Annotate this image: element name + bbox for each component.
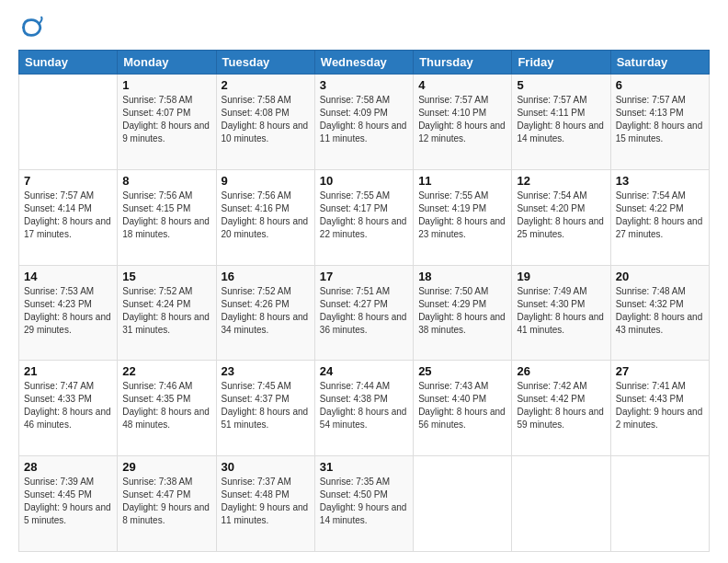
day-info: Sunrise: 7:50 AMSunset: 4:29 PMDaylight:… bbox=[418, 285, 506, 337]
day-number: 17 bbox=[320, 270, 408, 283]
day-info: Sunrise: 7:43 AMSunset: 4:40 PMDaylight:… bbox=[418, 380, 506, 431]
calendar-cell bbox=[414, 456, 512, 552]
day-info: Sunrise: 7:56 AMSunset: 4:16 PMDaylight:… bbox=[222, 190, 310, 241]
day-info: Sunrise: 7:42 AMSunset: 4:42 PMDaylight:… bbox=[517, 380, 605, 431]
day-info: Sunrise: 7:49 AMSunset: 4:30 PMDaylight:… bbox=[517, 285, 605, 337]
day-info: Sunrise: 7:35 AMSunset: 4:50 PMDaylight:… bbox=[320, 476, 408, 527]
day-info: Sunrise: 7:58 AMSunset: 4:08 PMDaylight:… bbox=[222, 94, 310, 145]
calendar-cell: 26Sunrise: 7:42 AMSunset: 4:42 PMDayligh… bbox=[512, 361, 610, 456]
day-info: Sunrise: 7:57 AMSunset: 4:11 PMDaylight:… bbox=[517, 94, 605, 145]
day-number: 16 bbox=[222, 270, 310, 283]
day-info: Sunrise: 7:41 AMSunset: 4:43 PMDaylight:… bbox=[616, 380, 704, 431]
day-number: 3 bbox=[320, 78, 408, 92]
logo-icon bbox=[18, 15, 44, 40]
calendar-cell: 23Sunrise: 7:45 AMSunset: 4:37 PMDayligh… bbox=[216, 361, 314, 456]
day-info: Sunrise: 7:58 AMSunset: 4:09 PMDaylight:… bbox=[320, 94, 408, 145]
day-number: 27 bbox=[616, 364, 704, 378]
day-number: 30 bbox=[222, 460, 310, 474]
day-number: 1 bbox=[122, 78, 210, 92]
calendar-cell: 18Sunrise: 7:50 AMSunset: 4:29 PMDayligh… bbox=[414, 265, 512, 361]
day-info: Sunrise: 7:58 AMSunset: 4:07 PMDaylight:… bbox=[122, 94, 210, 145]
day-number: 23 bbox=[222, 364, 310, 378]
calendar-cell: 6Sunrise: 7:57 AMSunset: 4:13 PMDaylight… bbox=[610, 75, 709, 170]
calendar-cell: 25Sunrise: 7:43 AMSunset: 4:40 PMDayligh… bbox=[414, 361, 512, 456]
weekday-header-row: SundayMondayTuesdayWednesdayThursdayFrid… bbox=[19, 51, 710, 75]
day-info: Sunrise: 7:53 AMSunset: 4:23 PMDaylight:… bbox=[24, 285, 112, 337]
day-info: Sunrise: 7:47 AMSunset: 4:33 PMDaylight:… bbox=[24, 380, 112, 431]
calendar-week-2: 7Sunrise: 7:57 AMSunset: 4:14 PMDaylight… bbox=[19, 169, 710, 265]
day-info: Sunrise: 7:48 AMSunset: 4:32 PMDaylight:… bbox=[616, 285, 704, 337]
calendar-cell: 4Sunrise: 7:57 AMSunset: 4:10 PMDaylight… bbox=[414, 75, 512, 170]
calendar-cell: 15Sunrise: 7:52 AMSunset: 4:24 PMDayligh… bbox=[118, 265, 216, 361]
day-info: Sunrise: 7:39 AMSunset: 4:45 PMDaylight:… bbox=[24, 476, 112, 527]
weekday-header-tuesday: Tuesday bbox=[216, 51, 314, 75]
day-number: 12 bbox=[517, 174, 605, 188]
day-info: Sunrise: 7:37 AMSunset: 4:48 PMDaylight:… bbox=[222, 476, 310, 527]
day-info: Sunrise: 7:57 AMSunset: 4:14 PMDaylight:… bbox=[24, 190, 112, 241]
calendar-week-5: 28Sunrise: 7:39 AMSunset: 4:45 PMDayligh… bbox=[19, 456, 710, 552]
calendar-cell: 31Sunrise: 7:35 AMSunset: 4:50 PMDayligh… bbox=[314, 456, 413, 552]
day-number: 29 bbox=[122, 460, 210, 474]
day-info: Sunrise: 7:55 AMSunset: 4:17 PMDaylight:… bbox=[320, 190, 408, 241]
day-number: 28 bbox=[24, 460, 112, 474]
day-info: Sunrise: 7:57 AMSunset: 4:13 PMDaylight:… bbox=[616, 94, 704, 145]
day-info: Sunrise: 7:38 AMSunset: 4:47 PMDaylight:… bbox=[122, 476, 210, 527]
day-number: 8 bbox=[122, 174, 210, 188]
calendar-cell: 7Sunrise: 7:57 AMSunset: 4:14 PMDaylight… bbox=[19, 169, 118, 265]
day-number: 2 bbox=[222, 78, 310, 92]
weekday-header-thursday: Thursday bbox=[414, 51, 512, 75]
day-number: 6 bbox=[616, 78, 704, 92]
calendar-cell: 5Sunrise: 7:57 AMSunset: 4:11 PMDaylight… bbox=[512, 75, 610, 170]
weekday-header-sunday: Sunday bbox=[19, 51, 118, 75]
calendar-cell: 21Sunrise: 7:47 AMSunset: 4:33 PMDayligh… bbox=[19, 361, 118, 456]
calendar-cell: 12Sunrise: 7:54 AMSunset: 4:20 PMDayligh… bbox=[512, 169, 610, 265]
calendar-cell: 16Sunrise: 7:52 AMSunset: 4:26 PMDayligh… bbox=[216, 265, 314, 361]
calendar-cell: 29Sunrise: 7:38 AMSunset: 4:47 PMDayligh… bbox=[118, 456, 216, 552]
calendar-cell: 14Sunrise: 7:53 AMSunset: 4:23 PMDayligh… bbox=[19, 265, 118, 361]
day-info: Sunrise: 7:52 AMSunset: 4:24 PMDaylight:… bbox=[122, 285, 210, 337]
calendar-cell: 2Sunrise: 7:58 AMSunset: 4:08 PMDaylight… bbox=[216, 75, 314, 170]
calendar-cell: 9Sunrise: 7:56 AMSunset: 4:16 PMDaylight… bbox=[216, 169, 314, 265]
day-info: Sunrise: 7:45 AMSunset: 4:37 PMDaylight:… bbox=[222, 380, 310, 431]
day-info: Sunrise: 7:52 AMSunset: 4:26 PMDaylight:… bbox=[222, 285, 310, 337]
weekday-header-saturday: Saturday bbox=[610, 51, 709, 75]
day-number: 4 bbox=[418, 78, 506, 92]
day-number: 19 bbox=[517, 270, 605, 283]
calendar-week-3: 14Sunrise: 7:53 AMSunset: 4:23 PMDayligh… bbox=[19, 265, 710, 361]
weekday-header-wednesday: Wednesday bbox=[314, 51, 413, 75]
calendar-cell: 3Sunrise: 7:58 AMSunset: 4:09 PMDaylight… bbox=[314, 75, 413, 170]
day-number: 13 bbox=[616, 174, 704, 188]
calendar-cell: 13Sunrise: 7:54 AMSunset: 4:22 PMDayligh… bbox=[610, 169, 709, 265]
weekday-header-friday: Friday bbox=[512, 51, 610, 75]
calendar: SundayMondayTuesdayWednesdayThursdayFrid… bbox=[18, 50, 710, 552]
day-number: 15 bbox=[122, 270, 210, 283]
page: SundayMondayTuesdayWednesdayThursdayFrid… bbox=[0, 0, 728, 563]
day-number: 10 bbox=[320, 174, 408, 188]
day-info: Sunrise: 7:46 AMSunset: 4:35 PMDaylight:… bbox=[122, 380, 210, 431]
calendar-cell: 17Sunrise: 7:51 AMSunset: 4:27 PMDayligh… bbox=[314, 265, 413, 361]
calendar-cell bbox=[512, 456, 610, 552]
calendar-cell: 8Sunrise: 7:56 AMSunset: 4:15 PMDaylight… bbox=[118, 169, 216, 265]
day-number: 22 bbox=[122, 364, 210, 378]
calendar-cell: 30Sunrise: 7:37 AMSunset: 4:48 PMDayligh… bbox=[216, 456, 314, 552]
day-info: Sunrise: 7:57 AMSunset: 4:10 PMDaylight:… bbox=[418, 94, 506, 145]
day-number: 24 bbox=[320, 364, 408, 378]
calendar-cell: 11Sunrise: 7:55 AMSunset: 4:19 PMDayligh… bbox=[414, 169, 512, 265]
day-number: 20 bbox=[616, 270, 704, 283]
calendar-cell: 24Sunrise: 7:44 AMSunset: 4:38 PMDayligh… bbox=[314, 361, 413, 456]
day-number: 11 bbox=[418, 174, 506, 188]
calendar-cell: 1Sunrise: 7:58 AMSunset: 4:07 PMDaylight… bbox=[118, 75, 216, 170]
calendar-cell: 10Sunrise: 7:55 AMSunset: 4:17 PMDayligh… bbox=[314, 169, 413, 265]
logo bbox=[18, 15, 48, 40]
calendar-cell: 28Sunrise: 7:39 AMSunset: 4:45 PMDayligh… bbox=[19, 456, 118, 552]
calendar-cell: 27Sunrise: 7:41 AMSunset: 4:43 PMDayligh… bbox=[610, 361, 709, 456]
day-number: 7 bbox=[24, 174, 112, 188]
calendar-cell: 20Sunrise: 7:48 AMSunset: 4:32 PMDayligh… bbox=[610, 265, 709, 361]
calendar-cell bbox=[610, 456, 709, 552]
day-info: Sunrise: 7:44 AMSunset: 4:38 PMDaylight:… bbox=[320, 380, 408, 431]
day-number: 26 bbox=[517, 364, 605, 378]
calendar-table: SundayMondayTuesdayWednesdayThursdayFrid… bbox=[18, 50, 710, 552]
header bbox=[18, 15, 710, 40]
calendar-cell bbox=[19, 75, 118, 170]
day-info: Sunrise: 7:51 AMSunset: 4:27 PMDaylight:… bbox=[320, 285, 408, 337]
